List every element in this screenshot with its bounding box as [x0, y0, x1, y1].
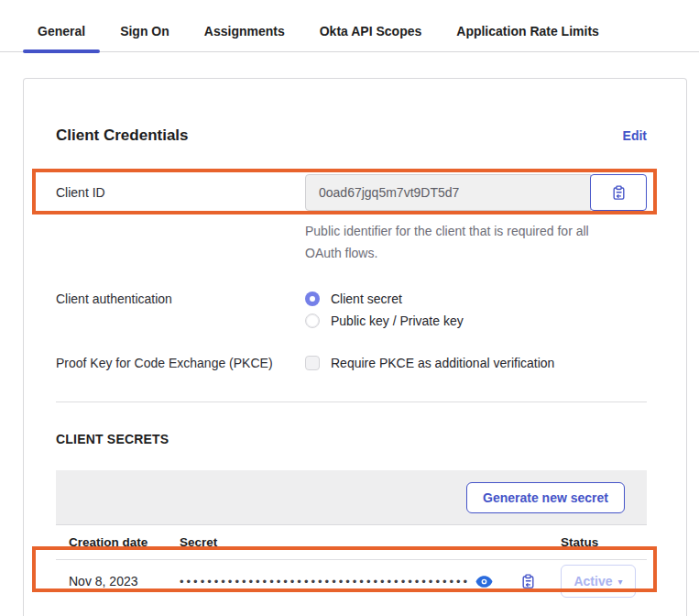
generate-new-secret-button[interactable]: Generate new secret [466, 482, 625, 513]
client-secrets-toolbar: Generate new secret [56, 470, 647, 525]
radio-unselected-icon [305, 314, 320, 328]
show-secret-button[interactable] [475, 576, 493, 588]
tab-assignments[interactable]: Assignments [204, 11, 285, 52]
client-authentication-options: Client secret Public key / Private key [305, 292, 464, 328]
client-id-label: Client ID [56, 185, 305, 200]
tab-application-rate-limits[interactable]: Application Rate Limits [456, 11, 599, 52]
column-header-secret: Secret [180, 535, 561, 549]
tab-bar: General Sign On Assignments Okta API Sco… [0, 11, 699, 52]
tab-sign-on[interactable]: Sign On [120, 11, 169, 52]
okta-app-settings-page: General Sign On Assignments Okta API Sco… [0, 11, 699, 616]
client-secrets-title: CLIENT SECRETS [56, 432, 647, 446]
pkce-label: Proof Key for Code Exchange (PKCE) [56, 356, 305, 370]
client-secrets-table: Creation date Secret Status Nov 8, 2023 … [56, 525, 647, 602]
client-authentication-label: Client authentication [56, 292, 305, 306]
column-header-status: Status [561, 535, 634, 549]
status-dropdown-button[interactable]: Active ▾ [561, 565, 636, 598]
copy-secret-button[interactable] [520, 574, 536, 589]
copy-client-id-button[interactable] [590, 174, 647, 211]
client-id-row: Client ID [56, 174, 647, 211]
radio-selected-icon [305, 292, 320, 306]
settings-card: Client Credentials Edit Client ID [23, 78, 687, 616]
tab-okta-api-scopes[interactable]: Okta API Scopes [320, 11, 422, 52]
radio-option-label: Client secret [331, 292, 402, 306]
tab-general[interactable]: General [38, 11, 85, 52]
pkce-checkbox-label: Require PKCE as additional verification [331, 356, 554, 370]
pkce-row: Proof Key for Code Exchange (PKCE) Requi… [56, 356, 647, 370]
radio-option-public-key[interactable]: Public key / Private key [305, 314, 464, 328]
pkce-checkbox-option[interactable]: Require PKCE as additional verification [305, 356, 554, 370]
secret-cell: ••••••••••••••••••••••••••••••••••••••••… [180, 574, 561, 589]
column-header-creation-date: Creation date [69, 535, 180, 549]
status-label: Active [573, 574, 612, 588]
client-id-help: Public identifier for the client that is… [305, 220, 628, 264]
creation-date-cell: Nov 8, 2023 [69, 574, 180, 588]
client-authentication-row: Client authentication Client secret Publ… [56, 292, 647, 328]
client-credentials-header: Client Credentials Edit [56, 126, 647, 145]
clipboard-copy-icon [611, 185, 627, 201]
status-cell: Active ▾ [561, 565, 636, 598]
client-credentials-title: Client Credentials [56, 126, 189, 145]
section-divider [56, 402, 647, 402]
chevron-down-icon: ▾ [618, 577, 623, 587]
eye-icon [475, 576, 493, 588]
secret-table-row: Nov 8, 2023 ••••••••••••••••••••••••••••… [56, 560, 647, 602]
masked-secret-value: ••••••••••••••••••••••••••••••••••••••••… [180, 576, 470, 588]
radio-option-label: Public key / Private key [331, 314, 464, 328]
client-id-field-group [305, 174, 647, 211]
checkbox-unchecked-icon [305, 356, 320, 370]
radio-option-client-secret[interactable]: Client secret [305, 292, 464, 306]
edit-link[interactable]: Edit [623, 128, 647, 143]
client-id-input[interactable] [305, 174, 591, 211]
table-header-row: Creation date Secret Status [56, 525, 647, 560]
clipboard-copy-icon [520, 574, 536, 589]
